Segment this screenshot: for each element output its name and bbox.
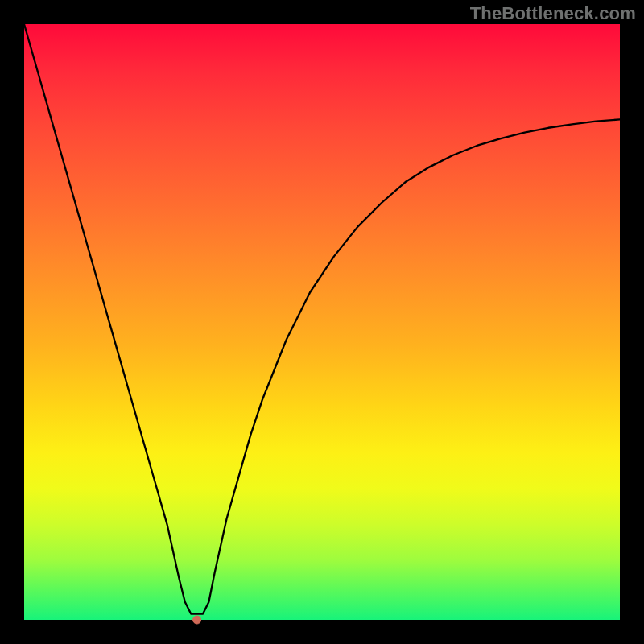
- plot-area: [24, 24, 620, 620]
- watermark-text: TheBottleneck.com: [470, 3, 636, 24]
- min-marker: [193, 616, 201, 624]
- chart-frame: TheBottleneck.com: [0, 0, 644, 644]
- bottleneck-curve: [24, 24, 620, 614]
- plot-svg: [24, 24, 620, 620]
